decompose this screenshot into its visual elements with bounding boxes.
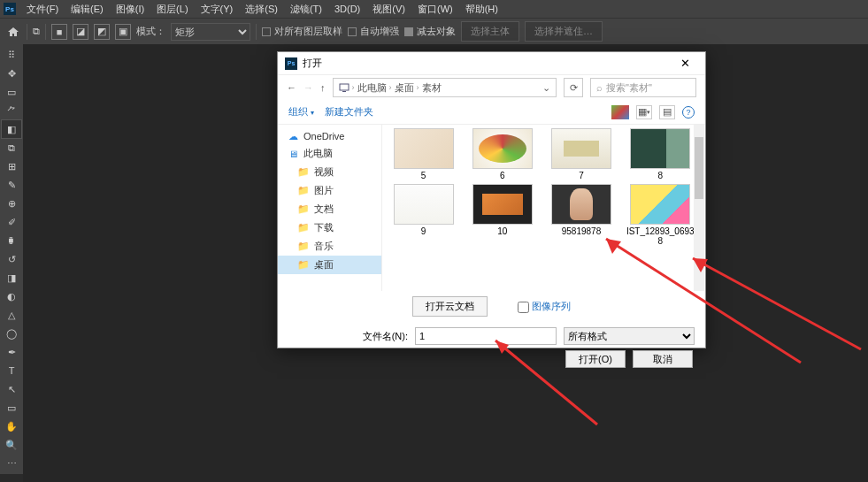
view-layout-icon[interactable]: ▤ bbox=[659, 105, 675, 119]
grip-icon[interactable]: ⠿ bbox=[2, 46, 21, 64]
history-brush-icon[interactable]: ↺ bbox=[2, 250, 21, 268]
file-name: 10 bbox=[497, 226, 507, 236]
divider bbox=[45, 24, 46, 40]
open-button[interactable]: 打开(O) bbox=[565, 350, 626, 368]
file-name: 9 bbox=[421, 226, 426, 236]
sidebar-video[interactable]: 📁视频 bbox=[278, 163, 381, 181]
tool-panel: ⠿ ✥ ▭ ⺈ ◧ ⧉ ⊞ ✎ ⊕ ✐ ⧯ ↺ ◨ ◐ △ ◯ ✒ T ↖ ▭ … bbox=[0, 44, 23, 474]
pen-tool-icon[interactable]: ✒ bbox=[2, 343, 21, 361]
scrollbar-thumb[interactable] bbox=[695, 137, 703, 199]
filter-select[interactable]: 所有格式 bbox=[564, 327, 695, 345]
selmode-new-icon[interactable]: ■ bbox=[51, 24, 67, 40]
file-grid: 567891095819878IST_12893_06938 bbox=[382, 125, 705, 291]
nav-fwd-icon[interactable]: → bbox=[303, 82, 313, 93]
eyedropper-tool-icon[interactable]: ✎ bbox=[2, 176, 21, 194]
sidebar-music[interactable]: 📁音乐 bbox=[278, 237, 381, 256]
crop-tool-icon[interactable]: ⧉ bbox=[2, 139, 21, 157]
type-tool-icon[interactable]: T bbox=[2, 362, 21, 379]
cancel-button[interactable]: 取消 bbox=[633, 350, 693, 368]
select-mask-button[interactable]: 选择并遮住… bbox=[525, 21, 603, 42]
help-icon[interactable]: ? bbox=[682, 106, 695, 119]
menu-file[interactable]: 文件(F) bbox=[21, 1, 64, 18]
menu-window[interactable]: 窗口(W) bbox=[412, 1, 458, 18]
options-bar: ⧉ ■ ◪ ◩ ▣ 模式： 矩形 对所有图层取样 自动增强 减去对象 选择主体 … bbox=[0, 18, 868, 44]
sidebar-desktop[interactable]: 📁桌面 bbox=[278, 256, 381, 274]
nav-back-icon[interactable]: ← bbox=[287, 82, 296, 93]
sidebar-pc[interactable]: 🖥此电脑 bbox=[278, 144, 381, 163]
file-item[interactable]: 9 bbox=[386, 184, 461, 246]
cloud-icon: ☁ bbox=[287, 131, 299, 142]
view-preview-icon[interactable] bbox=[611, 105, 629, 119]
object-select-tool-icon[interactable]: ◧ bbox=[2, 120, 21, 138]
image-sequence-checkbox[interactable]: 图像序列 bbox=[518, 301, 571, 311]
menu-layer[interactable]: 图层(L) bbox=[151, 1, 193, 18]
lasso-tool-icon[interactable]: ⺈ bbox=[2, 102, 21, 119]
folder-icon: 📁 bbox=[297, 186, 310, 196]
gradient-tool-icon[interactable]: ◐ bbox=[2, 287, 21, 305]
pc-icon bbox=[339, 82, 350, 93]
shape-tool-icon[interactable]: ▭ bbox=[2, 399, 21, 417]
sidebar-pictures[interactable]: 📁图片 bbox=[278, 181, 381, 200]
select-subject-button[interactable]: 选择主体 bbox=[461, 21, 519, 42]
refresh-icon[interactable]: ⟳ bbox=[564, 78, 583, 97]
marquee-tool-icon[interactable]: ▭ bbox=[2, 83, 21, 101]
file-item[interactable]: 7 bbox=[544, 128, 619, 180]
open-cloud-button[interactable]: 打开云文档 bbox=[412, 296, 488, 317]
sidebar-docs[interactable]: 📁文档 bbox=[278, 200, 381, 218]
search-input[interactable]: ⌕ 搜索"素材" bbox=[590, 78, 696, 97]
blur-tool-icon[interactable]: △ bbox=[2, 306, 21, 324]
search-icon: ⌕ bbox=[596, 82, 603, 93]
sidebar: ☁OneDrive 🖥此电脑 📁视频 📁图片 📁文档 📁下载 📁音乐 📁桌面 bbox=[278, 125, 382, 291]
stamp-tool-icon[interactable]: ⧯ bbox=[2, 232, 21, 249]
sidebar-downloads[interactable]: 📁下载 bbox=[278, 218, 381, 237]
new-folder-button[interactable]: 新建文件夹 bbox=[325, 105, 373, 119]
subtract-checkbox[interactable]: 减去对象 bbox=[404, 25, 456, 38]
close-icon[interactable]: ✕ bbox=[672, 57, 698, 70]
breadcrumb[interactable]: › 此电脑› 桌面› 素材 ⌄ bbox=[333, 78, 557, 97]
file-item[interactable]: 8 bbox=[623, 128, 698, 180]
file-item[interactable]: 6 bbox=[465, 128, 540, 180]
frame-tool-icon[interactable]: ⊞ bbox=[2, 157, 21, 175]
chevron-down-icon[interactable]: ⌄ bbox=[542, 82, 550, 94]
sample-all-checkbox[interactable]: 对所有图层取样 bbox=[262, 25, 342, 38]
selmode-sub-icon[interactable]: ◩ bbox=[94, 24, 110, 40]
file-item[interactable]: 5 bbox=[386, 128, 461, 180]
menu-image[interactable]: 图像(I) bbox=[111, 1, 150, 18]
view-mode-icon[interactable]: ▦▾ bbox=[636, 105, 652, 119]
scrollbar[interactable] bbox=[694, 125, 704, 291]
mode-label: 模式： bbox=[136, 25, 165, 38]
thumbnail bbox=[472, 184, 533, 225]
sidebar-onedrive[interactable]: ☁OneDrive bbox=[278, 128, 381, 144]
selmode-int-icon[interactable]: ▣ bbox=[115, 24, 131, 40]
menu-edit[interactable]: 编辑(E) bbox=[65, 1, 109, 18]
dodge-tool-icon[interactable]: ◯ bbox=[2, 325, 21, 342]
filename-input[interactable] bbox=[415, 327, 557, 345]
panel-toggle-icon[interactable]: ⧉ bbox=[33, 26, 40, 37]
home-icon[interactable] bbox=[5, 24, 21, 40]
move-tool-icon[interactable]: ✥ bbox=[2, 65, 21, 82]
menu-filter[interactable]: 滤镜(T) bbox=[285, 1, 327, 18]
hand-tool-icon[interactable]: ✋ bbox=[2, 417, 21, 435]
more-tool-icon[interactable]: ⋯ bbox=[2, 455, 21, 472]
eraser-tool-icon[interactable]: ◨ bbox=[2, 269, 21, 287]
menu-type[interactable]: 文字(Y) bbox=[196, 1, 239, 18]
path-tool-icon[interactable]: ↖ bbox=[2, 380, 21, 398]
healing-tool-icon[interactable]: ⊕ bbox=[2, 195, 21, 212]
file-item[interactable]: IST_12893_06938 bbox=[623, 184, 698, 246]
file-item[interactable]: 10 bbox=[465, 184, 540, 246]
folder-icon: 📁 bbox=[297, 241, 310, 252]
brush-tool-icon[interactable]: ✐ bbox=[2, 213, 21, 231]
file-item[interactable]: 95819878 bbox=[544, 184, 619, 246]
auto-enhance-checkbox[interactable]: 自动增强 bbox=[348, 25, 399, 38]
shape-select[interactable]: 矩形 bbox=[171, 23, 250, 41]
menu-view[interactable]: 视图(V) bbox=[367, 1, 411, 18]
app-icon: Ps bbox=[4, 3, 16, 15]
nav-up-icon[interactable]: ↑ bbox=[320, 82, 326, 93]
zoom-tool-icon[interactable]: 🔍 bbox=[2, 436, 21, 454]
menu-3d[interactable]: 3D(D) bbox=[329, 2, 365, 16]
menu-select[interactable]: 选择(S) bbox=[240, 1, 283, 18]
organize-button[interactable]: 组织 ▾ bbox=[288, 105, 314, 119]
cloud-row: 打开云文档 图像序列 bbox=[278, 291, 705, 322]
selmode-add-icon[interactable]: ◪ bbox=[73, 24, 88, 40]
menu-help[interactable]: 帮助(H) bbox=[460, 1, 503, 18]
